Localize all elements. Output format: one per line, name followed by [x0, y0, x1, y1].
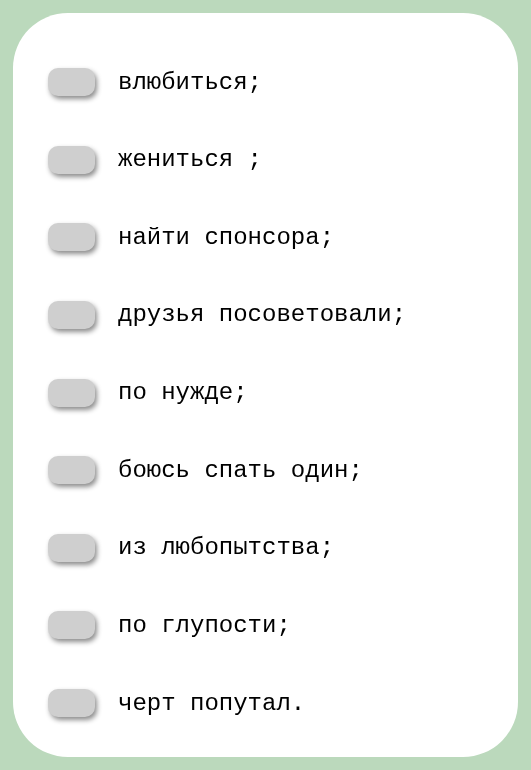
- list-item: влюбиться;: [48, 68, 493, 96]
- item-label: боюсь спать один;: [118, 457, 363, 484]
- item-label: друзья посоветовали;: [118, 301, 406, 328]
- item-label: по нужде;: [118, 379, 248, 406]
- checkbox[interactable]: [48, 534, 95, 562]
- item-label: жениться ;: [118, 146, 262, 173]
- checkbox[interactable]: [48, 689, 95, 717]
- checkbox[interactable]: [48, 611, 95, 639]
- list-item: черт попутал.: [48, 689, 493, 717]
- checkbox[interactable]: [48, 379, 95, 407]
- item-label: из любопытства;: [118, 534, 334, 561]
- list-item: жениться ;: [48, 146, 493, 174]
- item-label: черт попутал.: [118, 690, 305, 717]
- item-label: найти спонсора;: [118, 224, 334, 251]
- list-item: по глупости;: [48, 611, 493, 639]
- checkbox[interactable]: [48, 456, 95, 484]
- checkbox[interactable]: [48, 146, 95, 174]
- card: влюбиться; жениться ; найти спонсора; др…: [13, 13, 518, 757]
- checkbox[interactable]: [48, 301, 95, 329]
- checkbox[interactable]: [48, 223, 95, 251]
- item-label: по глупости;: [118, 612, 291, 639]
- list-item: боюсь спать один;: [48, 456, 493, 484]
- list-item: из любопытства;: [48, 534, 493, 562]
- checkbox[interactable]: [48, 68, 95, 96]
- list-item: найти спонсора;: [48, 223, 493, 251]
- list-item: друзья посоветовали;: [48, 301, 493, 329]
- list-item: по нужде;: [48, 379, 493, 407]
- item-label: влюбиться;: [118, 69, 262, 96]
